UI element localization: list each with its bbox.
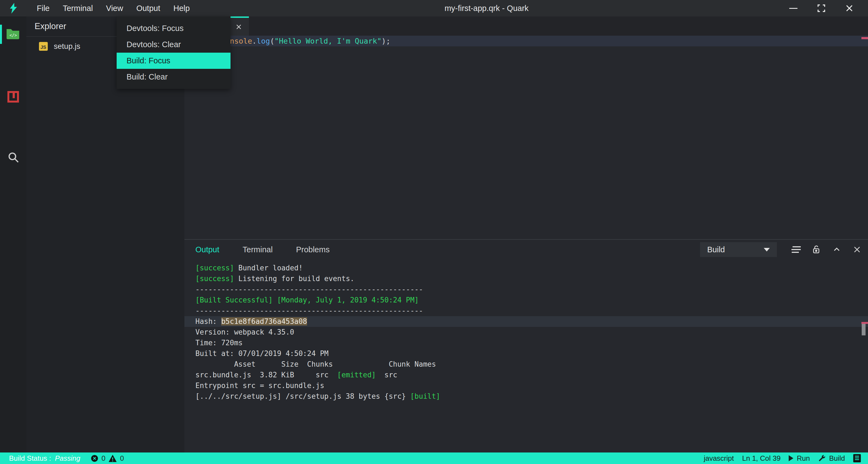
code-line: console.log("Hello World, I'm Quark");	[184, 36, 868, 46]
output-log: [success] Bundler loaded![success] Liste…	[184, 259, 868, 453]
menu-help[interactable]: Help	[168, 2, 195, 15]
log-line: [success] Listening for build events.	[184, 273, 868, 284]
log-line: src.bundle.js 3.82 KiB src [emitted] src	[184, 370, 868, 380]
warning-icon	[109, 455, 117, 462]
code-token: .	[252, 37, 256, 45]
menu-file[interactable]: File	[31, 2, 55, 15]
menu-option-devtools-clear[interactable]: Devtools: Clear	[117, 36, 230, 53]
language-mode[interactable]: javascript	[704, 454, 734, 463]
build-status-label: Build Status :	[9, 454, 51, 463]
bottom-panel: OutputTerminalProblems Build	[184, 239, 868, 453]
code-editor[interactable]: console.log("Hello World, I'm Quark");	[184, 36, 868, 239]
build-status: Build Status : Passing 0 0	[0, 454, 124, 463]
error-count: 0	[101, 454, 105, 463]
close-panel-icon[interactable]	[851, 244, 863, 255]
lightning-icon	[9, 3, 18, 14]
window-controls	[788, 3, 868, 13]
menu-option-build-focus[interactable]: Build: Focus	[117, 53, 230, 69]
clear-output-icon[interactable]	[790, 244, 802, 255]
panel-header: OutputTerminalProblems Build	[184, 240, 868, 259]
build-status-value: Passing	[55, 454, 81, 463]
tab-bar: setup.js	[184, 16, 868, 36]
close-icon[interactable]	[844, 3, 854, 13]
panel-tabs: OutputTerminalProblems	[195, 245, 330, 254]
output-channel-select[interactable]: Build	[700, 242, 777, 257]
cursor-position[interactable]: Ln 1, Col 39	[742, 454, 780, 463]
tab-close-icon[interactable]	[236, 24, 242, 30]
log-line: Time: 720ms	[184, 338, 868, 348]
output-channel-value: Build	[707, 245, 725, 254]
quark-window: FileTerminalViewOutputHelp my-first-app.…	[0, 0, 868, 464]
error-icon	[91, 455, 98, 462]
log-line: [success] Bundler loaded!	[184, 263, 868, 273]
run-button[interactable]: Run	[789, 454, 810, 463]
active-view-indicator	[0, 25, 2, 44]
log-line: Hash: b5c1e8f6ad736a453a08	[184, 316, 868, 327]
titlebar: FileTerminalViewOutputHelp my-first-app.…	[0, 0, 868, 16]
chevron-up-icon[interactable]	[831, 244, 842, 255]
problem-counts[interactable]: 0 0	[91, 454, 124, 463]
log-file-icon[interactable]	[853, 454, 861, 462]
editor-region: setup.js console.log("Hello World, I'm Q…	[184, 16, 868, 453]
menu-option-devtools-focus[interactable]: Devtools: Focus	[117, 20, 230, 36]
log-scrollbar-thumb[interactable]	[862, 324, 866, 335]
code-token: log	[256, 37, 270, 45]
log-line: [../../src/setup.js] /src/setup.js 38 by…	[184, 391, 868, 402]
log-line: ----------------------------------------…	[184, 305, 868, 316]
file-name: setup.js	[54, 42, 81, 51]
panel-tab-problems[interactable]: Problems	[296, 245, 330, 254]
code-token: "Hello World, I'm Quark"	[274, 37, 381, 45]
code-token: );	[381, 37, 391, 45]
log-scroll-marker	[861, 322, 868, 324]
warning-count: 0	[120, 454, 124, 463]
activity-bar: </>	[0, 16, 26, 453]
log-line: Version: webpack 4.35.0	[184, 327, 868, 338]
npm-icon[interactable]	[0, 87, 26, 106]
build-button[interactable]: Build	[818, 454, 845, 463]
minimize-icon[interactable]	[788, 3, 798, 13]
panel-controls: Build	[700, 242, 868, 257]
chevron-down-icon	[764, 248, 770, 252]
js-file-icon: JS	[39, 42, 48, 51]
menu-terminal[interactable]: Terminal	[57, 2, 98, 15]
code-token: (	[270, 37, 274, 45]
log-line: Entrypoint src = src.bundle.js	[184, 380, 868, 391]
cursor-scroll-marker	[861, 37, 868, 39]
status-bar: Build Status : Passing 0 0 javascript Ln…	[0, 453, 868, 464]
explorer-title: Explorer	[35, 22, 66, 31]
menu-view[interactable]: View	[100, 2, 128, 15]
maximize-icon[interactable]	[816, 3, 826, 13]
panel-tab-output[interactable]: Output	[195, 245, 219, 254]
menubar: FileTerminalViewOutputHelp	[31, 2, 195, 15]
log-line: Built at: 07/01/2019 4:50:24 PM	[184, 348, 868, 359]
wrench-icon	[818, 454, 826, 462]
log-line: ----------------------------------------…	[184, 284, 868, 295]
panel-tab-terminal[interactable]: Terminal	[243, 245, 273, 254]
search-icon[interactable]	[0, 147, 26, 167]
output-menu-dropdown: Devtools: FocusDevtools: ClearBuild: Foc…	[117, 16, 230, 89]
status-bar-right: javascript Ln 1, Col 39 Run Build	[704, 454, 868, 463]
play-icon	[789, 455, 793, 461]
svg-text:</>: </>	[9, 33, 17, 38]
files-explorer-icon[interactable]: </>	[0, 24, 26, 43]
log-line: [Built Successful] [Monday, July 1, 2019…	[184, 295, 868, 305]
menu-output[interactable]: Output	[131, 2, 166, 15]
window-title: my-first-app.qrk - Quark	[444, 4, 529, 13]
lock-icon[interactable]	[811, 244, 822, 255]
log-line: Asset Size Chunks Chunk Names	[184, 359, 868, 370]
menu-option-build-clear[interactable]: Build: Clear	[117, 69, 230, 85]
